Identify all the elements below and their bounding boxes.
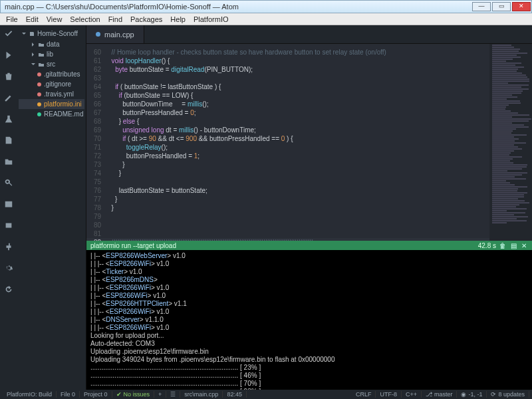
status-updates[interactable]: ⟳ 8 updates xyxy=(487,391,529,398)
status-file[interactable]: File 0 xyxy=(57,391,80,398)
window-titlebar: main.cpp — C:\Users\shu\Documents\Platfo… xyxy=(0,0,532,13)
maximize-button[interactable]: ▭ xyxy=(492,2,511,11)
check-icon[interactable] xyxy=(4,29,13,41)
folder-icon xyxy=(39,42,44,47)
menu-help[interactable]: Help xyxy=(166,15,190,23)
file-dot-icon xyxy=(37,72,41,76)
file-icon xyxy=(96,32,100,37)
chevron-icon xyxy=(31,42,36,47)
status-eol[interactable]: CRLF xyxy=(352,391,376,398)
tree-item[interactable]: .gitignore xyxy=(19,79,84,89)
folder-icon[interactable] xyxy=(4,157,13,169)
trash-icon[interactable]: 🗑 xyxy=(499,242,507,249)
status-bar: PlatformIO: Build File 0 Project 0 ✔ No … xyxy=(0,390,532,399)
minimize-button[interactable]: — xyxy=(472,2,491,11)
copy-icon[interactable]: ▤ xyxy=(509,242,517,249)
tree-item[interactable]: data xyxy=(19,39,84,49)
file-dot-icon xyxy=(37,112,41,116)
status-branch[interactable]: ⎇ master xyxy=(422,391,458,398)
menu-find[interactable]: Find xyxy=(104,15,126,23)
menu-edit[interactable]: Edit xyxy=(22,15,43,23)
refresh-icon[interactable] xyxy=(4,285,13,297)
window-title: main.cpp — C:\Users\shu\Documents\Platfo… xyxy=(5,3,239,11)
tree-item[interactable]: src xyxy=(19,59,84,69)
terminal-header: platformio run --target upload 42.8 s 🗑 … xyxy=(86,241,532,250)
status-new[interactable]: + xyxy=(154,391,166,398)
project-root-label: Homie-Sonoff xyxy=(37,30,78,37)
activity-bar xyxy=(0,25,17,390)
code-content[interactable]: // Homie loop handler - checks button st… xyxy=(108,48,487,241)
status-terminal-toggle[interactable]: ☰ xyxy=(166,391,180,398)
status-project[interactable]: Project 0 xyxy=(80,391,112,398)
plug-icon[interactable] xyxy=(4,242,13,254)
file-dot-icon xyxy=(37,82,41,86)
close-icon[interactable]: ✕ xyxy=(520,242,528,249)
terminal-command: platformio run --target upload xyxy=(90,242,176,249)
status-enc[interactable]: UTF-8 xyxy=(376,391,402,398)
trash-icon[interactable] xyxy=(4,72,13,84)
status-issues[interactable]: ✔ No issues xyxy=(112,391,155,398)
pencil-icon[interactable] xyxy=(4,93,13,105)
menu-platformio[interactable]: PlatformIO xyxy=(190,15,233,23)
status-build[interactable]: PlatformIO: Build xyxy=(3,391,57,398)
status-path: src\main.cpp xyxy=(180,391,223,398)
file-dot-icon xyxy=(37,102,41,106)
tab-bar: main.cpp xyxy=(86,25,532,44)
search-icon[interactable] xyxy=(4,178,13,190)
chevron-down-icon xyxy=(21,31,27,37)
folder-icon xyxy=(39,52,44,57)
project-tree[interactable]: Homie-Sonoff datalibsrc.gitattributes.gi… xyxy=(17,25,86,390)
terminal-time: 42.8 s xyxy=(478,242,496,249)
gear-icon[interactable] xyxy=(4,263,13,275)
status-range[interactable]: ◉ -1, -1 xyxy=(457,391,487,398)
tree-item[interactable]: .travis.yml xyxy=(19,89,84,99)
tab-main-cpp[interactable]: main.cpp xyxy=(86,25,144,43)
arrow-right-icon[interactable] xyxy=(4,51,13,63)
code-editor[interactable]: 6061626364656667686970717273747576777879… xyxy=(86,44,532,241)
status-lang[interactable]: C++ xyxy=(402,391,422,398)
doc-icon[interactable] xyxy=(4,136,13,148)
tree-item[interactable]: lib xyxy=(19,49,84,59)
project-root[interactable]: Homie-Sonoff xyxy=(19,28,84,39)
line-numbers: 6061626364656667686970717273747576777879… xyxy=(86,48,105,241)
terminal-icon[interactable] xyxy=(4,200,13,211)
repo-icon xyxy=(29,31,35,37)
tab-label: main.cpp xyxy=(104,31,134,39)
menu-packages[interactable]: Packages xyxy=(126,15,166,23)
file-dot-icon xyxy=(37,92,41,96)
terminal-output[interactable]: | |-- <ESP8266WebServer> v1.0| | |-- <ES… xyxy=(86,250,532,390)
menu-selection[interactable]: Selection xyxy=(66,15,104,23)
serial-icon[interactable] xyxy=(4,221,13,233)
folder-icon xyxy=(39,62,44,67)
close-button[interactable]: ✕ xyxy=(512,2,531,11)
tree-item[interactable]: README.md xyxy=(19,109,84,119)
status-pos[interactable]: 82:45 xyxy=(223,391,247,398)
menu-file[interactable]: File xyxy=(2,15,22,23)
chevron-icon xyxy=(31,52,36,57)
chevron-icon xyxy=(31,62,36,67)
menu-view[interactable]: View xyxy=(43,15,66,23)
tree-item[interactable]: platformio.ini xyxy=(19,99,84,109)
minimap[interactable] xyxy=(489,44,532,241)
beaker-icon[interactable] xyxy=(4,114,13,126)
tree-item[interactable]: .gitattributes xyxy=(19,69,84,79)
menu-bar: File Edit View Selection Find Packages H… xyxy=(0,13,532,25)
